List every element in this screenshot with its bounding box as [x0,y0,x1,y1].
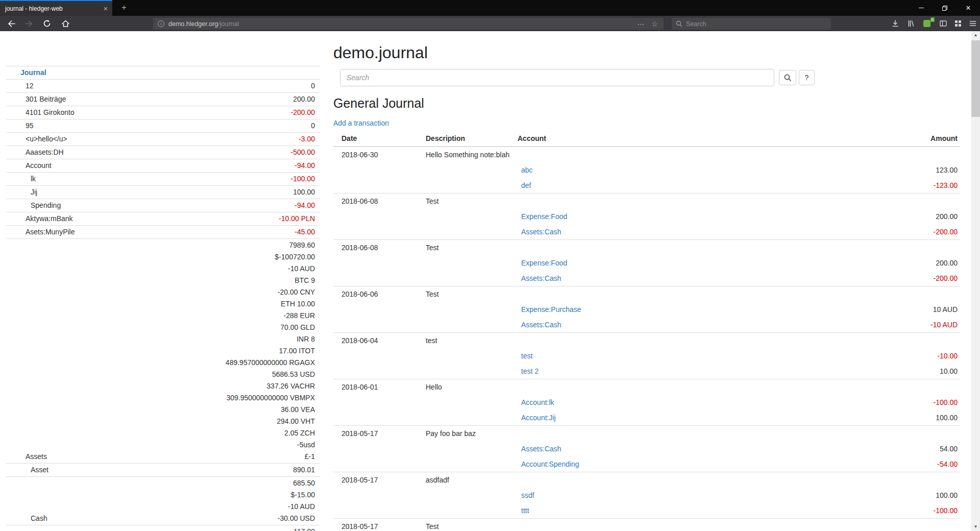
posting-amount: 200.00 [742,209,960,224]
posting-account-link[interactable]: Account:Spending [521,460,579,468]
transaction-description: Hello Something note:blah [426,147,518,162]
journal-heading: General Journal [333,96,960,111]
sidebar-account-name[interactable]: <u>hello</u> [6,133,138,146]
posting-account-link[interactable]: Account:lk [521,398,554,406]
sidebar-account-balance: 100.00 [138,186,320,199]
posting-account-link[interactable]: Assets:Cash [521,228,561,236]
back-button[interactable] [4,17,18,30]
sidebar-account-name[interactable]: Jij [6,186,138,199]
forward-icon [24,19,33,28]
posting-amount: 123.00 [742,162,960,178]
scroll-down-arrow[interactable]: ▼ [971,523,980,531]
transaction-date: 2018-06-08 [333,193,426,209]
empty-cell [333,503,426,519]
site-info-icon[interactable]: i [158,20,164,27]
posting-account-link[interactable]: test [521,352,533,360]
sidebar-account-name[interactable]: Spending [6,199,138,212]
bookmark-star-icon[interactable]: ☆ [648,20,662,28]
sidebar-account-name[interactable]: lk [6,173,138,186]
sidebar-account-name[interactable]: Aaasets:DH [6,146,138,159]
transaction-row[interactable]: 2018-05-17 Test [333,518,960,531]
balance-amount: 309.950000000000 VBMPX [138,392,315,404]
page-scrollbar[interactable]: ▲ ▼ [971,31,980,531]
sidebar-account-balance: 0 [138,80,320,93]
transaction-row[interactable]: 2018-06-30 Hello Something note:blah [333,147,960,162]
posting-account-link[interactable]: Assets:Cash [521,321,561,329]
posting-account-link[interactable]: abc [521,166,533,174]
library-button[interactable] [904,17,918,30]
empty-cell [333,224,426,240]
search-help-button[interactable]: ? [799,70,815,85]
posting-row: Expense:Food 200.00 [333,209,960,224]
sidebar-account-name[interactable]: Asset [6,464,138,477]
sidebar-account-name[interactable]: 301 Beiträge [6,93,138,106]
window-restore-button[interactable] [933,0,957,16]
reload-button[interactable] [40,17,54,30]
journal-search-input[interactable] [340,69,774,86]
sidebar-account-row: Cash 685.50$-15.00-10 AUD-30.00 USD [6,477,320,525]
posting-account-link[interactable]: ssdf [521,491,534,499]
empty-cell [426,395,518,410]
empty-cell [518,147,742,162]
sidebar-account-name[interactable] [6,525,138,531]
sidebar-account-name[interactable]: 4101 Girokonto [6,106,138,119]
posting-account-link[interactable]: tttt [521,506,529,515]
sidebar-account-row: 4101 Girokonto -200.00 [6,106,320,119]
scrollbar-thumb[interactable] [971,40,980,117]
posting-row: test 2 10.00 [333,364,960,379]
sidebar-account-name[interactable]: 95 [6,119,138,133]
posting-amount: -200.00 [742,271,960,286]
downloads-button[interactable] [888,17,902,30]
browser-tab[interactable]: journal - hledger-web × [0,0,112,16]
new-tab-button[interactable]: + [116,0,132,16]
sidebar-account-name[interactable]: Assets [6,239,138,464]
posting-account-link[interactable]: Assets:Cash [521,274,561,282]
posting-account-link[interactable]: Account:Jij [521,414,556,422]
extension-button[interactable]: 0 [920,17,935,30]
sidebar-account-name[interactable]: 12 [6,80,138,93]
transaction-row[interactable]: 2018-05-17 asdfadf [333,472,960,488]
tab-close-icon[interactable]: × [99,4,112,13]
menu-button[interactable] [966,17,980,30]
sidebar-account-name[interactable]: Aktywa:mBank [6,212,138,226]
browser-search-bar[interactable]: Search [672,18,831,30]
sidebar-account-name[interactable]: Cash [6,477,138,525]
empty-cell [742,286,960,302]
transaction-row[interactable]: 2018-05-17 Pay foo bar baz [333,425,960,441]
browser-window: journal - hledger-web × + × i demo.hledg… [0,0,980,531]
balance-amount: $-100720.00 [138,251,315,263]
balance-amount: 0 [138,80,315,92]
balance-amount: 685.50 [138,477,315,489]
transaction-row[interactable]: 2018-06-04 test [333,332,960,348]
url-bar[interactable]: i demo.hledger.org/journal ⋯ ☆ [153,18,664,30]
sidebar-account-balance: -94.00 [138,199,320,212]
apps-grid-button[interactable] [951,17,965,30]
transaction-row[interactable]: 2018-06-08 Test [333,239,960,255]
forward-button[interactable] [21,17,36,30]
add-transaction-link[interactable]: Add a transaction [333,118,389,128]
posting-account-link[interactable]: Expense:Food [521,259,567,267]
sidebar-account-balance: -500.00 [138,146,320,159]
posting-account-link[interactable]: Expense:Purchase [521,305,581,313]
transaction-row[interactable]: 2018-06-06 Test [333,286,960,302]
posting-account-link[interactable]: test 2 [521,367,538,375]
journal-search-button[interactable] [779,70,796,85]
sidebar-account-name[interactable]: Asets:MunyPile [6,226,138,239]
back-icon [7,19,16,28]
sidebar-toggle-button[interactable] [936,17,950,30]
posting-account-link[interactable]: Assets:Cash [521,445,561,453]
scroll-up-arrow[interactable]: ▲ [971,31,980,39]
posting-account-link[interactable]: def [521,181,531,189]
transaction-row[interactable]: 2018-06-01 Hello [333,379,960,395]
empty-cell [333,317,426,333]
page-actions-icon[interactable]: ⋯ [633,20,648,28]
window-close-button[interactable]: × [957,0,980,16]
window-minimize-button[interactable] [910,0,933,16]
posting-account-link[interactable]: Expense:Food [521,212,567,221]
sidebar-account-name[interactable]: Account [6,159,138,173]
posting-row: Account:lk -100.00 [333,395,960,410]
balance-amount: 7989.60 [138,239,315,251]
home-button[interactable] [58,17,72,30]
transaction-row[interactable]: 2018-06-08 Test [333,193,960,209]
sidebar-journal-link[interactable]: Journal [6,66,320,80]
